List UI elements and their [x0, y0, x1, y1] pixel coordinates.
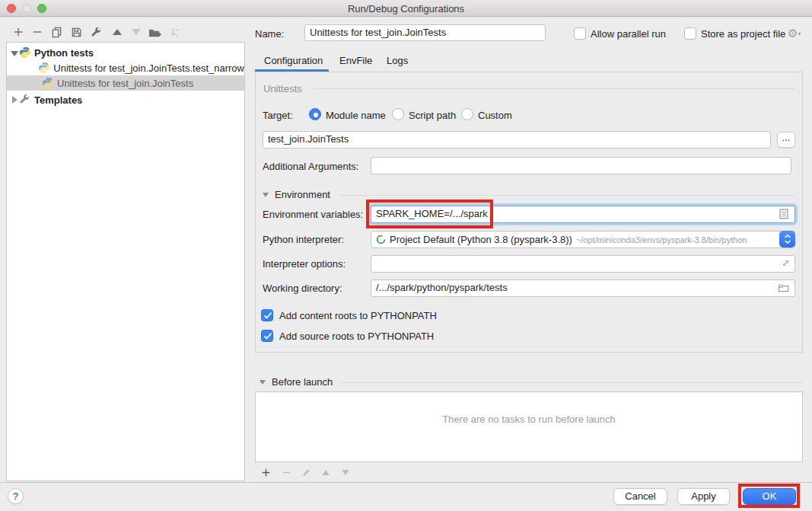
- interpreter-options-label: Interpreter options:: [263, 258, 345, 270]
- working-directory-label: Working directory:: [263, 283, 342, 294]
- tree-item-unittests-test-narrow[interactable]: Unittests for test_join.JoinTests.test_n…: [7, 60, 244, 75]
- add-content-roots-checkbox[interactable]: [261, 309, 273, 321]
- add-task-icon[interactable]: [259, 465, 272, 479]
- tab-logs[interactable]: Logs: [387, 55, 408, 69]
- svg-text:z: z: [176, 32, 178, 37]
- move-task-up-icon: [319, 465, 333, 479]
- python-tests-icon: [19, 46, 31, 59]
- move-task-down-icon: [339, 465, 352, 479]
- apply-button[interactable]: Apply: [677, 488, 730, 505]
- title-bar: Run/Debug Configurations: [0, 0, 812, 17]
- edit-task-icon: [299, 465, 313, 479]
- expand-field-icon[interactable]: [781, 258, 791, 270]
- python-interpreter-path: ~/opt/miniconda3/envs/pyspark-3.8/bin/py…: [576, 235, 747, 244]
- tree-item-label: Unittests for test_join.JoinTests.test_n…: [53, 62, 244, 74]
- add-source-roots-label: Add source roots to PYTHONPATH: [279, 331, 434, 342]
- radio-module-name-label: Module name: [326, 110, 386, 121]
- environment-section-title: Environment: [275, 189, 330, 200]
- radio-script-path-label: Script path: [409, 110, 456, 121]
- tree-item-unittests-jointests[interactable]: Unittests for test_join.JoinTests: [7, 75, 244, 91]
- copy-configuration-icon[interactable]: [49, 24, 64, 40]
- remove-task-icon: [279, 465, 293, 479]
- environment-variables-label: Environment variables:: [263, 209, 363, 220]
- allow-parallel-run-checkbox[interactable]: [574, 27, 586, 40]
- templates-wrench-icon: [19, 94, 31, 106]
- window-title: Run/Debug Configurations: [0, 3, 812, 14]
- move-down-icon: [129, 24, 144, 40]
- run-debug-configurations-dialog: Run/Debug Configurations az Python tests: [0, 0, 812, 511]
- radio-script-path[interactable]: [392, 108, 404, 120]
- remove-configuration-icon[interactable]: [30, 24, 45, 40]
- tab-configuration[interactable]: Configuration: [264, 55, 323, 69]
- working-directory-input[interactable]: /.../spark/python/pyspark/tests: [371, 279, 795, 297]
- store-as-project-file-checkbox[interactable]: [684, 27, 696, 40]
- allow-parallel-run-label: Allow parallel run: [591, 28, 666, 40]
- add-content-roots-label: Add content roots to PYTHONPATH: [279, 310, 437, 321]
- move-up-icon[interactable]: [110, 24, 125, 40]
- expand-icon[interactable]: [10, 94, 19, 106]
- tree-item-templates[interactable]: Templates: [7, 92, 244, 107]
- radio-module-name[interactable]: [309, 108, 321, 120]
- conda-env-icon: [376, 235, 386, 244]
- name-label: Name:: [255, 28, 284, 40]
- additional-arguments-label: Additional Arguments:: [263, 161, 358, 172]
- add-configuration-icon[interactable]: [11, 24, 26, 40]
- env-vars-editor-icon[interactable]: [779, 209, 788, 222]
- tree-item-label: Python tests: [34, 47, 94, 59]
- radio-custom[interactable]: [461, 108, 473, 120]
- save-configuration-icon[interactable]: [68, 24, 84, 40]
- before-launch-empty-message: There are no tasks to run before launch: [256, 414, 802, 425]
- sort-alphabetically-icon: az: [167, 24, 183, 40]
- run-configuration-icon: [38, 62, 50, 74]
- environment-separator: [339, 195, 795, 196]
- tab-envfile[interactable]: EnvFile: [339, 55, 372, 69]
- group-separator: [314, 88, 795, 89]
- tree-item-label: Unittests for test_join.JoinTests: [57, 78, 193, 89]
- configurations-tree: Python tests Unittests for test_join.Joi…: [6, 42, 245, 481]
- run-configuration-icon: [42, 77, 54, 89]
- add-source-roots-checkbox[interactable]: [261, 330, 273, 342]
- folder-icon[interactable]: [778, 283, 789, 295]
- environment-collapse-icon[interactable]: [263, 193, 269, 197]
- edit-templates-icon[interactable]: [88, 24, 103, 40]
- new-folder-icon[interactable]: [147, 24, 162, 40]
- interpreter-options-input[interactable]: [371, 255, 795, 273]
- python-interpreter-combobox[interactable]: Project Default (Python 3.8 (pyspark-3.8…: [371, 231, 795, 248]
- before-launch-collapse-icon[interactable]: [260, 380, 266, 385]
- target-module-input[interactable]: test_join.JoinTests: [263, 131, 771, 149]
- footer-divider: [0, 482, 812, 483]
- help-button[interactable]: ?: [8, 488, 24, 504]
- python-interpreter-label: Python interpreter:: [263, 234, 344, 245]
- environment-variables-input[interactable]: SPARK_HOME=/.../spark: [371, 206, 795, 223]
- browse-button[interactable]: ...: [777, 132, 795, 148]
- before-launch-task-list: There are no tasks to run before launch: [255, 391, 803, 462]
- python-interpreter-value: Project Default (Python 3.8 (pyspark-3.8…: [390, 234, 572, 245]
- name-input[interactable]: Unittests for test_join.JoinTests: [304, 24, 546, 41]
- combobox-stepper-icon[interactable]: [779, 231, 795, 248]
- before-launch-title: Before launch: [272, 376, 333, 388]
- tree-item-python-tests[interactable]: Python tests: [7, 45, 244, 60]
- svg-text:a: a: [176, 27, 179, 32]
- ok-button[interactable]: OK: [743, 488, 796, 505]
- before-launch-separator: [341, 382, 803, 383]
- gear-icon[interactable]: ⚙▾: [788, 27, 801, 40]
- target-label: Target:: [263, 110, 293, 121]
- tree-item-label: Templates: [34, 94, 82, 106]
- expand-collapse-icon[interactable]: [10, 47, 19, 59]
- radio-custom-label: Custom: [478, 110, 512, 121]
- store-as-project-file-label: Store as project file: [701, 28, 785, 40]
- unittests-group-title: Unittests: [263, 83, 302, 94]
- additional-arguments-input[interactable]: [371, 157, 791, 174]
- cancel-button[interactable]: Cancel: [613, 488, 667, 505]
